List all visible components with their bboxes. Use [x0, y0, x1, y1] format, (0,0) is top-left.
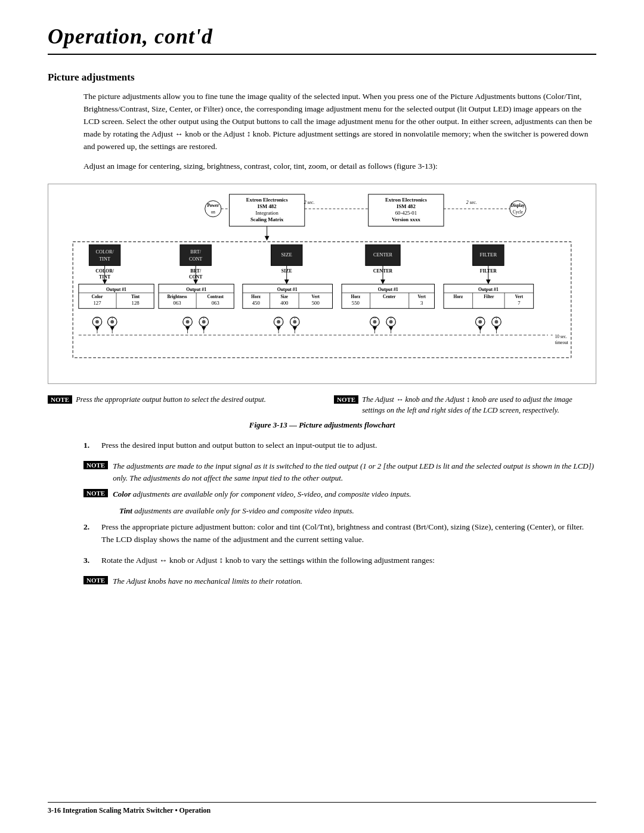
- note-label-1: NOTE: [48, 395, 72, 404]
- svg-text:Horz: Horz: [351, 294, 361, 299]
- note-step1: NOTE The adjustments are made to the inp…: [83, 460, 596, 484]
- svg-text:ISM 482: ISM 482: [258, 203, 277, 209]
- svg-text:Center: Center: [383, 294, 396, 299]
- note-knobs-italic: The Adjust knobs have no mechanical limi…: [113, 577, 302, 586]
- svg-point-112: [277, 320, 280, 323]
- note-tint-bold: Tint: [119, 506, 132, 515]
- svg-text:Size: Size: [281, 294, 289, 299]
- note-inline-label-4: NOTE: [83, 576, 108, 584]
- step-3-number: 3.: [83, 555, 95, 567]
- svg-text:Color: Color: [91, 293, 103, 299]
- svg-text:Filter: Filter: [484, 294, 494, 299]
- svg-text:Tint: Tint: [131, 293, 140, 299]
- svg-marker-22: [265, 236, 270, 240]
- step-2: 2. Press the appropriate picture adjustm…: [83, 521, 596, 546]
- svg-text:Version xxxx: Version xxxx: [392, 216, 421, 222]
- note-color-bold: Color: [113, 490, 131, 498]
- note-block-2: NOTE The Adjust ↔ knob and the Adjust ↕ …: [334, 395, 596, 416]
- step-1: 1. Press the desired input button and ou…: [83, 439, 596, 452]
- svg-point-115: [293, 320, 296, 323]
- svg-text:Vert: Vert: [417, 294, 426, 299]
- svg-text:on: on: [211, 209, 216, 214]
- note-text-1: Press the appropriate output button to s…: [76, 395, 266, 405]
- section-heading: Picture adjustments: [48, 72, 596, 83]
- svg-point-103: [110, 320, 114, 323]
- svg-text:Output #1: Output #1: [478, 287, 499, 292]
- svg-text:↔: ↔: [95, 315, 100, 319]
- note-tint-text: Tint adjustments are available only for …: [119, 505, 354, 517]
- svg-text:Output #1: Output #1: [186, 287, 206, 292]
- svg-point-121: [389, 320, 393, 323]
- svg-text:10 sec.: 10 sec.: [555, 334, 567, 339]
- diagram-container: Extron Electronics ISM 482 Integration S…: [48, 184, 596, 385]
- intro-paragraph-2: Adjust an image for centering, sizing, b…: [83, 160, 596, 173]
- svg-text:2 sec.: 2 sec.: [466, 200, 477, 205]
- step-1-text: Press the desired input button and outpu…: [101, 439, 596, 452]
- step-3-text: Rotate the Adjust ↔ knob or Adjust ↕ kno…: [101, 555, 596, 567]
- svg-text:3: 3: [420, 300, 423, 306]
- svg-text:Output #1: Output #1: [106, 287, 126, 292]
- svg-text:↔: ↔: [478, 315, 482, 319]
- flowchart-diagram: Extron Electronics ISM 482 Integration S…: [55, 191, 589, 377]
- svg-text:TINT: TINT: [99, 256, 110, 261]
- svg-text:↕: ↕: [203, 315, 205, 319]
- svg-text:Scaling Matrix: Scaling Matrix: [250, 216, 284, 222]
- svg-text:Integration: Integration: [256, 209, 279, 215]
- svg-text:Contrast: Contrast: [207, 294, 224, 299]
- note-inline-text-4: The Adjust knobs have no mechanical limi…: [113, 575, 302, 587]
- svg-text:CENTER: CENTER: [373, 252, 393, 257]
- footer-text: 3-16 Integration Scaling Matrix Switcher…: [48, 806, 210, 815]
- intro-paragraph-1: The picture adjustments allow you to fin…: [83, 91, 596, 153]
- svg-text:Extron Electronics: Extron Electronics: [385, 197, 427, 203]
- svg-text:400: 400: [280, 300, 289, 306]
- numbered-list: 1. Press the desired input button and ou…: [83, 439, 596, 452]
- svg-text:60-425-01: 60-425-01: [395, 209, 417, 215]
- svg-text:↕: ↕: [112, 315, 113, 319]
- svg-text:↕: ↕: [390, 315, 392, 319]
- svg-text:BRT/: BRT/: [190, 249, 202, 255]
- svg-text:Extron Electronics: Extron Electronics: [246, 197, 288, 203]
- page-title: Operation, cont'd: [48, 24, 596, 49]
- svg-text:Display: Display: [511, 203, 525, 208]
- note-inline-label-1: NOTE: [83, 461, 108, 469]
- numbered-list-2: 2. Press the appropriate picture adjustm…: [83, 521, 596, 546]
- svg-rect-27: [180, 244, 211, 265]
- svg-text:FILTER: FILTER: [479, 251, 497, 257]
- note-color: NOTE Color adjustments are available onl…: [83, 488, 596, 500]
- svg-text:550: 550: [352, 300, 360, 306]
- svg-text:↕: ↕: [496, 315, 497, 319]
- svg-text:↔: ↔: [185, 315, 190, 319]
- svg-text:450: 450: [252, 300, 261, 306]
- svg-text:7: 7: [518, 300, 521, 306]
- svg-point-124: [478, 320, 482, 323]
- svg-text:CONT: CONT: [189, 256, 202, 261]
- page-footer: 3-16 Integration Scaling Matrix Switcher…: [48, 802, 596, 815]
- svg-text:063: 063: [212, 300, 220, 306]
- step-1-number: 1.: [83, 439, 95, 452]
- figure-caption: Figure 3-13 — Picture adjustments flowch…: [48, 420, 596, 430]
- svg-point-106: [186, 320, 190, 323]
- note-inline-label-2: NOTE: [83, 489, 108, 497]
- note-text-2: The Adjust ↔ knob and the Adjust ↕ knob …: [362, 395, 596, 416]
- numbered-list-3: 3. Rotate the Adjust ↔ knob or Adjust ↕ …: [83, 555, 596, 567]
- svg-text:Cycle: Cycle: [513, 209, 523, 214]
- note-label-2: NOTE: [334, 395, 358, 404]
- svg-text:↔: ↔: [277, 315, 281, 319]
- svg-text:Vert: Vert: [312, 294, 320, 299]
- svg-text:↕: ↕: [294, 315, 296, 319]
- step-3: 3. Rotate the Adjust ↔ knob or Adjust ↕ …: [83, 555, 596, 567]
- note-inline-text-1: The adjustments are made to the input si…: [113, 460, 596, 484]
- svg-text:Brightness: Brightness: [168, 294, 187, 299]
- note-tint: Tint adjustments are available only for …: [119, 505, 596, 517]
- svg-text:128: 128: [132, 300, 140, 306]
- step-2-text: Press the appropriate picture adjustment…: [101, 521, 596, 546]
- svg-text:Horz: Horz: [251, 294, 261, 299]
- page-header: Operation, cont'd: [48, 24, 596, 55]
- svg-text:Output #1: Output #1: [277, 287, 298, 292]
- svg-text:COLOR/: COLOR/: [95, 249, 114, 255]
- note-knobs: NOTE The Adjust knobs have no mechanical…: [83, 575, 596, 587]
- note-tint-italic: Tint adjustments are available only for …: [119, 506, 354, 515]
- svg-text:↔: ↔: [373, 315, 377, 319]
- svg-text:Horz: Horz: [453, 294, 463, 299]
- svg-point-109: [202, 320, 206, 323]
